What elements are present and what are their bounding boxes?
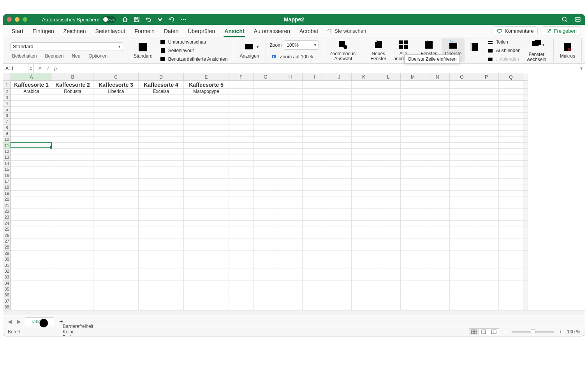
tab-automatisieren[interactable]: Automatisieren <box>249 25 295 37</box>
cell[interactable] <box>184 238 229 244</box>
cell[interactable] <box>474 119 499 124</box>
cell[interactable] <box>278 113 303 119</box>
cell[interactable] <box>11 154 52 160</box>
cell[interactable] <box>139 131 184 137</box>
cell[interactable] <box>93 184 139 190</box>
cell[interactable] <box>401 202 425 208</box>
cell[interactable] <box>352 161 376 166</box>
column-header[interactable]: H <box>278 73 303 81</box>
cell[interactable] <box>352 131 376 137</box>
cell[interactable] <box>499 184 523 190</box>
row-header[interactable]: 32 <box>3 268 11 274</box>
cell[interactable] <box>376 202 401 208</box>
cell[interactable] <box>93 244 139 250</box>
cell[interactable] <box>352 191 376 196</box>
cell[interactable] <box>11 149 52 154</box>
cell[interactable] <box>499 107 523 112</box>
cell[interactable] <box>376 149 401 154</box>
cell[interactable] <box>401 274 425 280</box>
cell[interactable] <box>499 232 523 238</box>
cell[interactable] <box>376 137 401 142</box>
cell[interactable] <box>376 113 401 119</box>
cell[interactable] <box>229 286 254 292</box>
cell[interactable] <box>425 262 450 268</box>
cell[interactable] <box>278 286 303 292</box>
cell[interactable] <box>450 214 474 220</box>
cell[interactable] <box>352 280 376 286</box>
row-header[interactable]: 12 <box>3 149 11 154</box>
cell[interactable] <box>139 166 184 172</box>
cell[interactable] <box>474 292 499 298</box>
cell[interactable] <box>52 172 93 178</box>
cell[interactable] <box>184 226 229 232</box>
cell[interactable] <box>327 274 352 280</box>
cell[interactable] <box>499 137 523 142</box>
cell[interactable] <box>401 137 425 142</box>
cell[interactable] <box>278 149 303 154</box>
row-header[interactable]: 16 <box>3 172 11 178</box>
cell[interactable] <box>352 113 376 119</box>
cell[interactable] <box>93 262 139 268</box>
cell[interactable] <box>352 81 376 89</box>
cell[interactable] <box>184 101 229 107</box>
cell[interactable] <box>303 154 327 160</box>
page-break-preview-button[interactable]: Umbruchvorschau <box>158 38 229 46</box>
cell[interactable] <box>352 101 376 107</box>
cell[interactable] <box>376 304 401 310</box>
cell[interactable] <box>303 95 327 100</box>
row-header[interactable]: 20 <box>3 196 11 202</box>
column-header[interactable]: L <box>376 73 401 81</box>
cell[interactable] <box>278 81 303 89</box>
cell[interactable] <box>93 172 139 178</box>
cell[interactable] <box>52 262 93 268</box>
row-header[interactable]: 31 <box>3 262 11 268</box>
column-header[interactable]: A <box>11 73 52 81</box>
tab-acrobat[interactable]: Acrobat <box>295 25 323 37</box>
cell[interactable] <box>474 262 499 268</box>
cell[interactable] <box>474 232 499 238</box>
cell[interactable] <box>229 166 254 172</box>
cell[interactable] <box>327 262 352 268</box>
cell[interactable] <box>376 232 401 238</box>
cell[interactable] <box>474 221 499 226</box>
cell[interactable] <box>229 149 254 154</box>
cell[interactable] <box>499 113 523 119</box>
cell[interactable] <box>11 191 52 196</box>
cell[interactable] <box>401 107 425 112</box>
cell[interactable] <box>184 209 229 214</box>
cell[interactable] <box>139 268 184 274</box>
cell[interactable] <box>499 214 523 220</box>
cell[interactable] <box>450 280 474 286</box>
cell[interactable] <box>376 81 401 89</box>
cell[interactable] <box>278 304 303 310</box>
cell[interactable] <box>254 244 278 250</box>
cell[interactable]: Kaffeesorte 3 <box>93 81 139 89</box>
cell[interactable] <box>499 286 523 292</box>
cell[interactable] <box>139 244 184 250</box>
cell[interactable] <box>139 221 184 226</box>
cell[interactable]: Arabica <box>11 89 52 95</box>
tab-seitenlayout[interactable]: Seitenlayout <box>90 25 130 37</box>
cell[interactable] <box>425 214 450 220</box>
cell[interactable] <box>11 251 52 256</box>
cell[interactable] <box>474 202 499 208</box>
cell[interactable] <box>450 131 474 137</box>
cell[interactable] <box>376 268 401 274</box>
cell[interactable] <box>450 154 474 160</box>
row-header[interactable]: 13 <box>3 154 11 160</box>
cell[interactable] <box>52 184 93 190</box>
cell[interactable] <box>376 286 401 292</box>
zoom-out-button[interactable]: − <box>504 329 507 335</box>
cell[interactable] <box>229 292 254 298</box>
cell[interactable] <box>52 166 93 172</box>
cell[interactable] <box>254 81 278 89</box>
cell[interactable] <box>425 274 450 280</box>
hide-button[interactable]: Ausblenden <box>486 47 522 54</box>
cell[interactable] <box>52 221 93 226</box>
tab-formeln[interactable]: Formeln <box>130 25 159 37</box>
cell[interactable] <box>184 202 229 208</box>
cell[interactable] <box>11 179 52 184</box>
cell[interactable] <box>278 221 303 226</box>
cell[interactable] <box>327 179 352 184</box>
cell[interactable] <box>499 202 523 208</box>
